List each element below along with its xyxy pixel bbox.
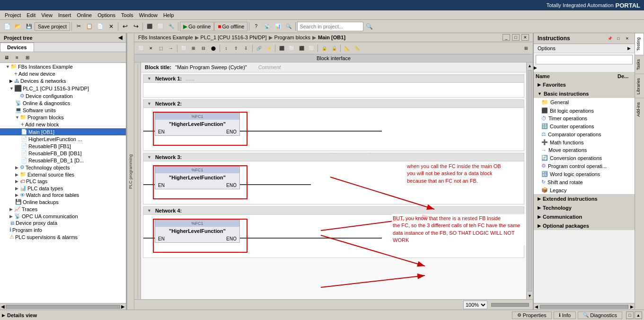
etb3[interactable]: ⬚ — [156, 44, 166, 53]
sidebar-tb3[interactable]: ⊞ — [23, 53, 32, 62]
search-input[interactable] — [297, 22, 363, 31]
tree-item-add-block[interactable]: + Add new block — [0, 121, 126, 128]
open-btn[interactable]: 📂 — [13, 21, 23, 32]
copy-btn[interactable]: 📋 — [84, 21, 95, 32]
instructions-hscroll[interactable]: ◀ ▶ — [534, 303, 635, 310]
menu-window[interactable]: Window — [136, 11, 160, 19]
instr-word-logic[interactable]: 🔣 Word logic operations — [534, 170, 635, 178]
menu-online[interactable]: Online — [74, 11, 95, 19]
tree-item-higherlevel[interactable]: 📄 HigherLevelFunction ... — [0, 135, 126, 142]
tree-item-plc1[interactable]: ▼ ⬛ PLC_1 [CPU 1516-3 PN/DP] — [0, 84, 126, 92]
etb11[interactable]: ⇩ — [241, 44, 251, 53]
diagnostics-btn[interactable]: 🔍 Diagnostics — [578, 311, 622, 319]
go-online-btn[interactable]: ▶ Go online — [180, 22, 214, 31]
menu-project[interactable]: Project — [2, 11, 24, 19]
sidebar-tb2[interactable]: ≡ — [12, 53, 22, 62]
search-btn[interactable]: 🔍 — [364, 21, 374, 32]
zoom-select[interactable]: 100% 75% 150% — [463, 301, 487, 309]
vtab-libraries[interactable]: Libraries — [635, 74, 644, 98]
etb1[interactable]: ⬜ — [136, 44, 146, 53]
etb17[interactable]: ⬜ — [307, 44, 316, 53]
tree-item-program-info[interactable]: ℹ Program info — [0, 226, 126, 233]
tree-item-reusablefb-db1[interactable]: 📄 ReusableFB_DB_1 [D... — [0, 157, 126, 164]
instr-legacy[interactable]: 📦 Legacy — [534, 186, 635, 194]
etb12[interactable]: 🔗 — [254, 44, 264, 53]
properties-btn[interactable]: ⚙ Properties — [512, 311, 552, 319]
etb5[interactable]: ⬜ — [179, 44, 188, 53]
hscroll-bar[interactable] — [491, 303, 529, 307]
etb22[interactable]: ⊞ — [521, 44, 531, 53]
menu-tools[interactable]: Tools — [118, 11, 136, 19]
section-optional-header[interactable]: ▶ Optional packages — [534, 222, 635, 230]
vtab-tasks[interactable]: Tasks — [635, 55, 644, 74]
tb3[interactable]: 🔧 — [166, 21, 176, 32]
etb15[interactable]: ⬜ — [287, 44, 296, 53]
cut-btn[interactable]: ✂ — [73, 21, 84, 32]
tree-item-plc-tags[interactable]: ▶ 🏷 PLC tags — [0, 178, 126, 185]
tree-item-reusablefb[interactable]: 📄 ReusableFB [FB1] — [0, 142, 126, 150]
editor-canvas[interactable]: InstrumentationTools.com Block title: "M… — [141, 62, 526, 299]
tree-item-devices[interactable]: ▶ 🖧 Devices & networks — [0, 78, 126, 84]
tb5[interactable]: 📡 — [262, 21, 272, 32]
instr-general[interactable]: 📁 General — [534, 98, 635, 107]
tree-item-program-blocks[interactable]: ▼ 📁 Program blocks — [0, 114, 126, 121]
tree-item-add-device[interactable]: + Add new device — [0, 70, 126, 78]
vtab-testing[interactable]: Testing — [635, 33, 644, 55]
tree-item-tech[interactable]: ▶ ⚙ Technology objects — [0, 164, 126, 171]
instr-math[interactable]: ➕ Math functions — [534, 138, 635, 146]
tree-item-main-ob1[interactable]: 📄 Main [OB1] — [0, 128, 126, 135]
section-technology-header[interactable]: ▶ Technology — [534, 204, 635, 212]
instr-move[interactable]: → Move operations — [534, 146, 635, 154]
tree-item-device-config[interactable]: ⚙ Device configuration — [0, 92, 126, 99]
undo-btn[interactable]: ↩ — [120, 21, 130, 32]
tree-item-supervisions[interactable]: ⚠ PLC supervisions & alarms — [0, 233, 126, 240]
sidebar-hscrollbar[interactable]: ◀ ▶ — [0, 303, 126, 310]
tree-item-external[interactable]: ▶ 📁 External source files — [0, 171, 126, 178]
etb19[interactable]: 🔓 — [329, 44, 339, 53]
instr-timer[interactable]: ⏱ Timer operations — [534, 115, 635, 122]
details-view-label[interactable]: Details view — [7, 312, 37, 318]
etb20[interactable]: 📐 — [342, 44, 352, 53]
section-basic-header[interactable]: ▼ Basic instructions — [534, 89, 635, 98]
menu-options[interactable]: Options — [95, 11, 118, 19]
section-favorites-header[interactable]: ▶ Favorites — [534, 80, 635, 89]
tree-item-watch[interactable]: ▶ 👁 Watch and force tables — [0, 192, 126, 198]
breadcrumb-minimize[interactable]: _ — [503, 34, 510, 41]
save-project-btn[interactable]: Save project — [35, 22, 70, 31]
tb2[interactable]: ⬜ — [155, 21, 166, 32]
menu-view[interactable]: View — [38, 11, 55, 19]
breadcrumb-restore[interactable]: □ — [512, 34, 520, 41]
instr-max-btn[interactable]: □ — [615, 35, 622, 42]
etb13[interactable]: ⚡ — [264, 44, 273, 53]
tree-item-root[interactable]: ▼ 📁 FBs Instances Example — [0, 63, 126, 70]
etb7[interactable]: ⊟ — [199, 44, 208, 53]
etb4[interactable]: → — [166, 44, 176, 53]
menu-insert[interactable]: Insert — [55, 11, 74, 19]
tb1[interactable]: ⬛ — [144, 21, 155, 32]
tb4[interactable]: ? — [251, 21, 261, 32]
editor-vscrollbar[interactable]: ▲ ▼ — [526, 62, 533, 299]
menu-help[interactable]: Help — [160, 11, 177, 19]
etb9[interactable]: ↕ — [221, 44, 231, 53]
info-btn[interactable]: ℹ Info — [554, 311, 576, 319]
etb8[interactable]: ⬤ — [209, 44, 218, 53]
new-btn[interactable]: 📄 — [2, 21, 12, 32]
instr-pin-btn[interactable]: 📌 — [606, 35, 614, 42]
instr-shift-rotate[interactable]: ↻ Shift and rotate — [534, 178, 635, 186]
tab-devices[interactable]: Devices — [0, 43, 34, 52]
instructions-options-expand[interactable]: ▶ — [627, 46, 631, 51]
etb10[interactable]: ⇧ — [231, 44, 241, 53]
scroll-down-btn[interactable]: ▼ — [527, 293, 533, 299]
tree-item-software[interactable]: 💻 Software units — [0, 107, 126, 114]
tb6[interactable]: 📊 — [273, 21, 283, 32]
etb18[interactable]: 🔒 — [319, 44, 329, 53]
menu-edit[interactable]: Edit — [24, 11, 38, 19]
save-btn[interactable]: 💾 — [24, 21, 34, 32]
scroll-up-btn[interactable]: ▲ — [527, 62, 533, 69]
instr-counter[interactable]: 🔢 Counter operations — [534, 122, 635, 130]
tb7[interactable]: 🔍 — [283, 21, 294, 32]
tree-item-online[interactable]: 📡 Online & diagnostics — [0, 99, 126, 107]
section-communication-header[interactable]: ▶ Communication — [534, 213, 635, 221]
tree-item-proxy[interactable]: 🖥 Device proxy data — [0, 220, 126, 226]
tree-item-backups[interactable]: 💾 Online backups — [0, 198, 126, 205]
